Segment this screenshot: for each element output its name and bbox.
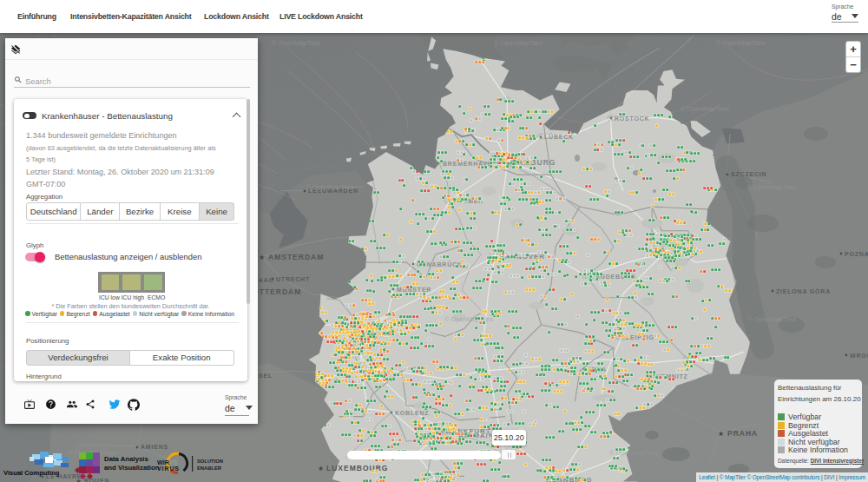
svg-text:KOBLENZ: KOBLENZ <box>395 410 429 416</box>
svg-text:PRAHA: PRAHA <box>727 429 758 438</box>
svg-text:© OpenMapTiles: © OpenMapTiles <box>444 315 493 323</box>
svg-text:SOLUTION: SOLUTION <box>197 459 223 464</box>
svg-text:MÜNSTER: MÜNSTER <box>397 286 431 293</box>
svg-text:© OpenMapTiles: © OpenMapTiles <box>306 183 354 191</box>
svg-text:VIRUS: VIRUS <box>157 465 180 472</box>
svg-text:SZCZECIN: SZCZECIN <box>731 171 766 177</box>
svg-text:© OpenMapTiles: © OpenMapTiles <box>747 315 796 323</box>
svg-text:Visual Computing: Visual Computing <box>3 469 60 477</box>
svg-text:© OpenMapTiles: © OpenMapTiles <box>272 39 320 47</box>
svg-text:© OpenMapTiles: © OpenMapTiles <box>494 39 542 47</box>
svg-text:Data Analysis: Data Analysis <box>104 455 149 463</box>
svg-text:© OpenMapTiles: © OpenMapTiles <box>681 105 729 113</box>
svg-text:© OpenMapTiles: © OpenMapTiles <box>716 39 765 47</box>
svg-text:ROSTOCK: ROSTOCK <box>615 116 649 122</box>
svg-text:WROCŁAW: WROCŁAW <box>850 353 868 359</box>
svg-text:★: ★ <box>718 430 724 438</box>
svg-text:UTRECHT: UTRECHT <box>276 276 310 282</box>
svg-text:★: ★ <box>259 254 265 261</box>
svg-text:ENABLER: ENABLER <box>197 465 222 471</box>
svg-text:© OpenMapTiles: © OpenMapTiles <box>747 183 796 191</box>
svg-text:BREMERHAVEN: BREMERHAVEN <box>443 161 497 167</box>
svg-text:★: ★ <box>318 465 324 472</box>
svg-text:POZNAŃ: POZNAŃ <box>845 250 868 257</box>
svg-text:and Visualization: and Visualization <box>104 464 160 472</box>
svg-text:LUXEMBOURG: LUXEMBOURG <box>326 464 388 472</box>
svg-text:ZIELONA GÓRA: ZIELONA GÓRA <box>776 287 831 294</box>
svg-text:AMSTERDAM: AMSTERDAM <box>268 253 324 261</box>
